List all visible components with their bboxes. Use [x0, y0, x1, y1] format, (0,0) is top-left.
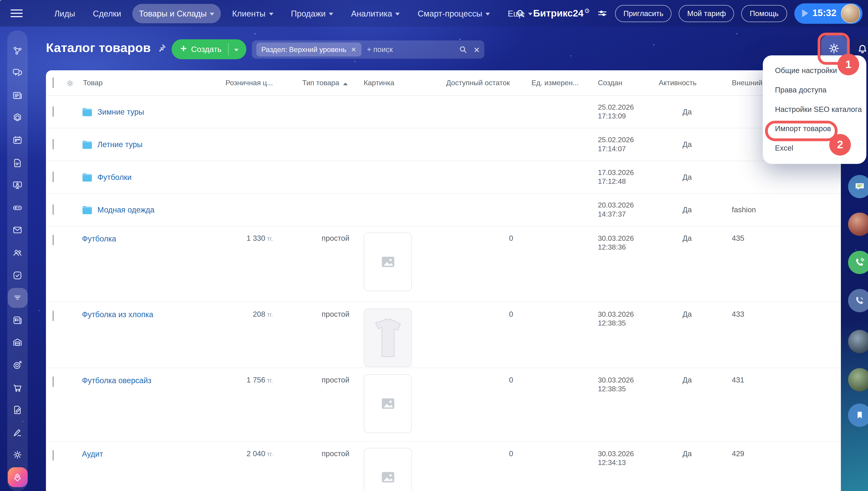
table-row[interactable]: Футболка из хлопка208тг.простой030.03.20… [46, 302, 841, 368]
row-name-link[interactable]: Футболка оверсайз [82, 376, 151, 385]
row-name-link[interactable]: Футболки [97, 173, 131, 181]
column-header-price[interactable]: Розничная ц... [210, 79, 273, 87]
network-icon[interactable] [7, 40, 27, 60]
table-row[interactable]: Футболка1 330тг.простой030.03.202612:38:… [46, 227, 841, 302]
user-avatar-2[interactable] [848, 330, 868, 353]
feed-icon[interactable] [7, 85, 27, 105]
help-button[interactable]: Помощь [741, 5, 787, 22]
nav-item-1[interactable]: Сделки [86, 4, 128, 23]
column-header-active[interactable]: Активность [659, 79, 696, 87]
document-edit-icon[interactable] [7, 400, 27, 420]
warehouse-icon[interactable] [7, 333, 27, 352]
chat-bubble-icon[interactable] [848, 175, 868, 198]
table-row[interactable]: Футболки17.03.202617:12:48Да [46, 161, 841, 194]
menu-icon[interactable] [11, 9, 23, 17]
pin-icon[interactable] [157, 43, 167, 53]
table-row[interactable]: Аудит2 040тг.простой030.03.202612:34:13Д… [46, 442, 841, 491]
column-header-image[interactable]: Картинка [364, 79, 394, 87]
search-icon[interactable] [515, 8, 526, 19]
nav-item-0[interactable]: Лиды [48, 4, 82, 23]
user-avatar-1[interactable] [848, 212, 868, 236]
phone-icon[interactable] [848, 289, 868, 312]
bookmark-icon[interactable] [848, 404, 868, 427]
menu-item-1[interactable]: Права доступа [763, 80, 866, 100]
search-icon[interactable] [458, 45, 468, 54]
column-settings-gear-icon[interactable] [66, 79, 74, 87]
price-cell: 2 040тг. [212, 450, 273, 458]
chevron-down-icon[interactable] [234, 48, 239, 51]
gear-icon[interactable] [7, 445, 27, 465]
sort-asc-icon [343, 83, 348, 85]
row-name-link[interactable]: Модная одежда [97, 205, 154, 214]
filter-search-bar[interactable]: Раздел: Верхний уровень ✕ + поиск ✕ [252, 40, 484, 59]
tasks-icon[interactable] [7, 265, 27, 285]
row-checkbox[interactable] [53, 235, 54, 245]
table-row[interactable]: Летние туры25.02.202617:14:07Да [46, 128, 841, 161]
row-name-link[interactable]: Футболка из хлопка [82, 310, 153, 319]
create-button[interactable]: + Создать [172, 39, 246, 59]
row-checkbox[interactable] [53, 205, 54, 215]
column-header-created[interactable]: Создан [598, 79, 622, 87]
row-name-link[interactable]: Зимние туры [97, 107, 144, 116]
drive-icon[interactable] [7, 198, 27, 218]
row-checkbox[interactable] [53, 140, 54, 149]
user-avatar-3[interactable] [848, 368, 868, 392]
table-row[interactable]: Зимние туры25.02.202617:13:09Да [46, 96, 841, 128]
row-checkbox[interactable] [53, 451, 54, 461]
row-name-link[interactable]: Аудит [82, 450, 103, 458]
product-image[interactable] [364, 308, 412, 367]
menu-item-2[interactable]: Настройки SEO каталога [763, 100, 866, 119]
remove-filter-icon[interactable]: ✕ [351, 46, 356, 53]
chat-icon[interactable] [7, 63, 27, 83]
column-header-type[interactable]: Тип товара [302, 79, 348, 87]
people-icon[interactable] [7, 243, 27, 263]
filter-chip[interactable]: Раздел: Верхний уровень ✕ [256, 43, 361, 57]
nav-item-2[interactable]: Товары и Склады [132, 4, 221, 23]
user-avatar[interactable] [841, 4, 860, 23]
my-plan-button[interactable]: Мой тариф [679, 5, 735, 22]
target-icon[interactable] [7, 355, 27, 375]
phone-green-icon[interactable] [848, 251, 868, 274]
table-row[interactable]: Футболка оверсайз1 756тг.простой030.03.2… [46, 368, 841, 442]
sliders-icon[interactable] [597, 8, 608, 19]
nav-item-3[interactable]: Клиенты [226, 4, 280, 23]
row-checkbox[interactable] [53, 172, 54, 182]
row-checkbox[interactable] [53, 107, 54, 117]
external-code-cell: 435 [732, 234, 744, 242]
brand-logo[interactable]: Битрикс24 [533, 7, 590, 19]
product-image-placeholder[interactable] [364, 374, 412, 433]
nav-item-6[interactable]: Смарт-процессы [411, 4, 497, 23]
nav-item-4[interactable]: Продажи [285, 4, 340, 23]
rocket-icon[interactable] [7, 467, 27, 487]
row-checkbox[interactable] [53, 377, 54, 387]
column-header-product[interactable]: Товар [83, 79, 102, 87]
cart-icon[interactable] [7, 377, 27, 397]
column-header-unit[interactable]: Ед. измерен... [532, 79, 579, 87]
meeting-icon[interactable] [7, 175, 27, 195]
product-image-placeholder[interactable] [364, 448, 412, 491]
hexagon-icon[interactable] [7, 108, 27, 128]
plus-icon: + [180, 43, 186, 55]
funnel-icon[interactable] [7, 288, 27, 308]
invite-button[interactable]: Пригласить [615, 5, 671, 22]
pen-icon[interactable] [7, 423, 27, 442]
menu-item-4[interactable]: Excel [763, 138, 866, 158]
price-cell: 1 330тг. [212, 234, 273, 242]
row-name-link[interactable]: Летние туры [97, 140, 142, 149]
column-header-stock[interactable]: Доступный остаток [446, 79, 510, 87]
product-image-placeholder[interactable] [364, 233, 412, 291]
select-all-checkbox[interactable] [53, 78, 54, 88]
calendar-icon[interactable] [7, 130, 27, 150]
document-icon[interactable] [7, 153, 27, 173]
row-name-link[interactable]: Футболка [82, 234, 116, 243]
clear-search-icon[interactable]: ✕ [474, 45, 480, 54]
active-cell: Да [683, 140, 692, 149]
top-navigation-bar: ЛидыСделкиТовары и СкладыКлиентыПродажиА… [0, 0, 868, 27]
time-tracker-pill[interactable]: 15:32 [794, 3, 862, 24]
mail-icon[interactable] [7, 220, 27, 240]
clipboard-icon[interactable] [7, 310, 27, 330]
row-checkbox[interactable] [53, 311, 54, 321]
nav-item-5[interactable]: Аналитика [345, 4, 407, 23]
search-placeholder[interactable]: + поиск [367, 46, 458, 54]
table-row[interactable]: Модная одежда20.03.202614:37:37Даfashion [46, 194, 841, 226]
